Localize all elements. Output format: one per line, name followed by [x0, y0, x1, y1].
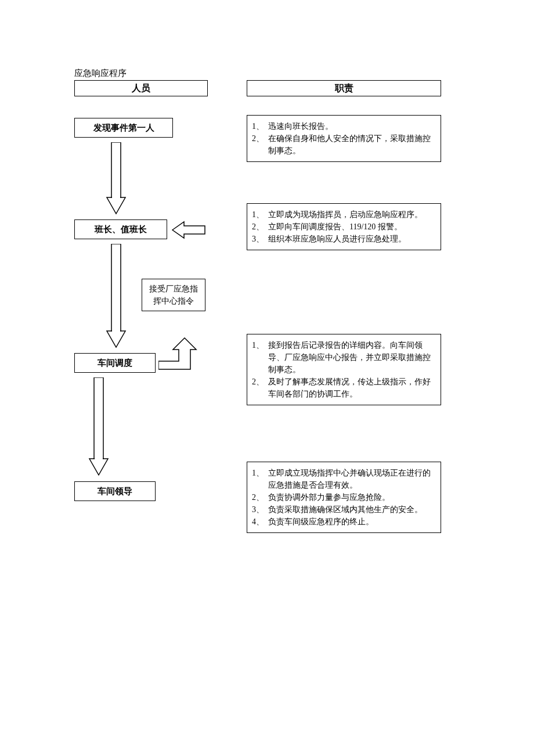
- duty-team-leader: 1、立即成为现场指挥员，启动应急响应程序。 2、立即向车间调度报告、119/12…: [247, 203, 441, 250]
- svg-marker-7: [89, 459, 108, 475]
- duty-dispatch: 1、接到报告后记录报告的详细内容。向车间领导、厂应急响应中心报告，并立即采取措施…: [247, 334, 441, 405]
- node-workshop-dispatch: 车间调度: [74, 353, 156, 373]
- arrow-left-icon: [171, 219, 206, 240]
- header-personnel: 人员: [74, 80, 208, 96]
- node-first-person: 发现事件第一人: [74, 118, 173, 138]
- arrow-up-icon: [158, 337, 199, 372]
- svg-marker-9: [172, 222, 205, 238]
- duty-text: 立即成立现场指挥中心并确认现场正在进行的应急措施是否合理有效。: [268, 467, 435, 491]
- duty-text: 立即成为现场指挥员，启动应急响应程序。: [268, 208, 435, 221]
- duty-text: 负责车间级应急程序的终止。: [268, 516, 435, 528]
- duty-text: 立即向车间调度报告、119/120 报警。: [268, 221, 435, 233]
- duty-text: 迅速向班长报告。: [268, 120, 435, 132]
- duty-leader: 1、立即成立现场指挥中心并确认现场正在进行的应急措施是否合理有效。 2、负责协调…: [247, 462, 441, 533]
- page-title: 应急响应程序: [74, 68, 127, 79]
- arrow-down-icon: [104, 244, 128, 348]
- svg-rect-2: [112, 197, 120, 199]
- svg-marker-1: [107, 197, 125, 214]
- duty-text: 接到报告后记录报告的详细内容。向车间领导、厂应急响应中心报告，并立即采取措施控制…: [268, 339, 435, 376]
- arrow-down-icon: [104, 142, 128, 215]
- svg-rect-3: [111, 244, 121, 331]
- node-workshop-leader: 车间领导: [74, 481, 156, 501]
- header-duties: 职责: [247, 80, 441, 96]
- svg-rect-6: [94, 377, 103, 459]
- duty-text: 及时了解事态发展情况，传达上级指示，作好车间各部门的协调工作。: [268, 376, 435, 400]
- svg-marker-4: [107, 331, 125, 347]
- duty-text: 负责协调外部力量参与应急抢险。: [268, 491, 435, 503]
- duty-first-person: 1、迅速向班长报告。 2、在确保自身和他人安全的情况下，采取措施控制事态。: [247, 115, 441, 162]
- svg-rect-5: [112, 330, 120, 332]
- svg-rect-0: [111, 142, 121, 197]
- duty-text: 在确保自身和他人安全的情况下，采取措施控制事态。: [268, 132, 435, 157]
- node-accept-command: 接受厂应急指挥中心指令: [142, 279, 205, 311]
- duty-text: 组织本班应急响应人员进行应急处理。: [268, 233, 435, 245]
- svg-rect-8: [95, 458, 103, 460]
- arrow-down-icon: [87, 377, 110, 476]
- duty-text: 负责采取措施确保区域内其他生产的安全。: [268, 503, 435, 516]
- node-team-leader: 班长、值班长: [74, 219, 167, 239]
